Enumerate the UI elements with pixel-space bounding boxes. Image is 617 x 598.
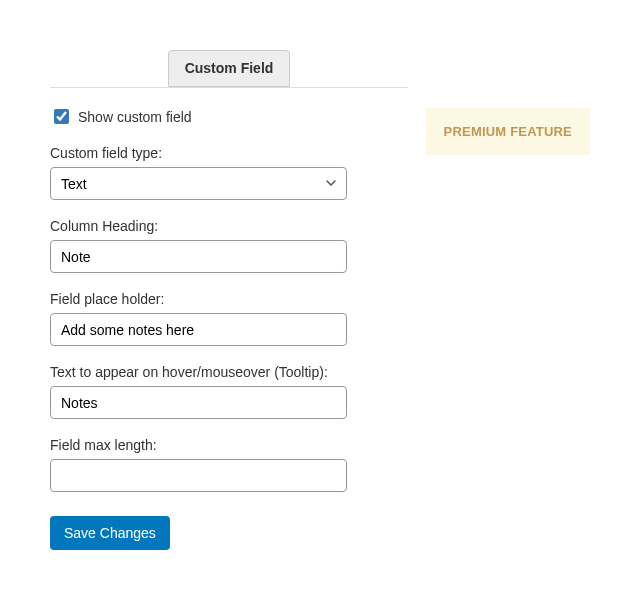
show-custom-field-label[interactable]: Show custom field	[78, 109, 192, 125]
field-placeholder-input[interactable]	[50, 313, 347, 346]
tooltip-text-label: Text to appear on hover/mouseover (Toolt…	[50, 364, 572, 380]
field-placeholder-label: Field place holder:	[50, 291, 572, 307]
column-heading-label: Column Heading:	[50, 218, 572, 234]
tab-bar: Custom Field	[50, 50, 408, 88]
tooltip-text-input[interactable]	[50, 386, 347, 419]
show-custom-field-checkbox[interactable]	[54, 109, 69, 124]
save-changes-button[interactable]: Save Changes	[50, 516, 170, 550]
custom-field-type-select[interactable]: Text	[50, 167, 347, 200]
column-heading-input[interactable]	[50, 240, 347, 273]
field-max-length-input[interactable]	[50, 459, 347, 492]
premium-feature-badge: PREMIUM FEATURE	[426, 108, 590, 155]
field-max-length-label: Field max length:	[50, 437, 572, 453]
tab-custom-field[interactable]: Custom Field	[168, 50, 291, 87]
